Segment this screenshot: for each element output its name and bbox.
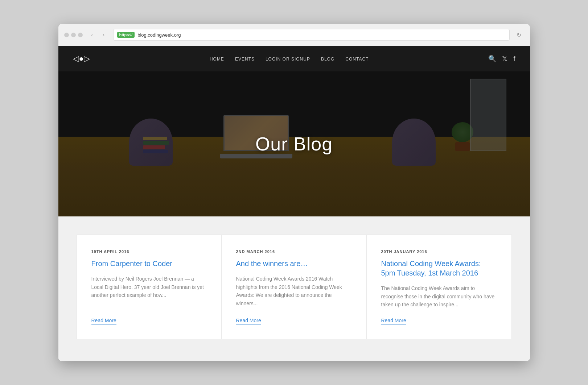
nav-item-home[interactable]: HOME xyxy=(210,55,224,62)
nav-link-contact[interactable]: CONTACT xyxy=(345,57,369,62)
nav-links: HOME EVENTS LOGIN OR SIGNUP BLOG CONTACT xyxy=(210,55,369,62)
hero-title: Our Blog xyxy=(255,133,333,155)
blog-title-link-3[interactable]: National Coding Week Awards: 5pm Tuesday… xyxy=(381,259,497,278)
browser-dot-yellow xyxy=(71,33,76,37)
https-badge: https:// xyxy=(117,32,135,38)
site-logo[interactable]: ◁●▷ xyxy=(73,54,90,63)
browser-dot-green xyxy=(78,33,83,37)
browser-nav: ‹ › xyxy=(87,30,109,40)
url-text: blog.codingweek.org xyxy=(137,32,181,38)
twitter-icon[interactable]: 𝕏 xyxy=(502,55,507,63)
blog-card-3: 20TH JANUARY 2016 National Coding Week A… xyxy=(367,235,512,339)
blog-date-2: 2ND MARCH 2016 xyxy=(236,249,352,254)
hero-section: Our Blog xyxy=(58,71,530,216)
url-bar[interactable]: https:// blog.codingweek.org xyxy=(113,29,510,41)
blog-date-3: 20TH JANUARY 2016 xyxy=(381,249,497,254)
blog-title-link-1[interactable]: From Carpenter to Coder xyxy=(91,259,207,268)
read-more-button-1[interactable]: Read More xyxy=(91,318,116,324)
nav-link-home[interactable]: HOME xyxy=(210,57,224,62)
blog-section: 19TH APRIL 2016 From Carpenter to Coder … xyxy=(58,216,530,361)
website-content: ◁●▷ HOME EVENTS LOGIN OR SIGNUP BLOG CON… xyxy=(58,46,530,361)
nav-item-blog[interactable]: BLOG xyxy=(321,55,334,62)
forward-button[interactable]: › xyxy=(99,30,109,40)
blog-date-1: 19TH APRIL 2016 xyxy=(91,249,207,254)
site-nav: ◁●▷ HOME EVENTS LOGIN OR SIGNUP BLOG CON… xyxy=(58,46,530,71)
nav-item-events[interactable]: EVENTS xyxy=(235,55,255,62)
blog-excerpt-1: Interviewed by Neil Rogers Joel Brennan … xyxy=(91,275,207,309)
nav-link-blog[interactable]: BLOG xyxy=(321,57,334,62)
nav-item-login[interactable]: LOGIN OR SIGNUP xyxy=(266,55,310,62)
blog-title-link-2[interactable]: And the winners are… xyxy=(236,259,352,268)
browser-chrome: ‹ › https:// blog.codingweek.org ↻ xyxy=(58,24,530,46)
read-more-button-2[interactable]: Read More xyxy=(236,318,261,324)
blog-card-2: 2ND MARCH 2016 And the winners are… Nati… xyxy=(222,235,367,339)
nav-link-events[interactable]: EVENTS xyxy=(235,57,255,62)
blog-card-1: 19TH APRIL 2016 From Carpenter to Coder … xyxy=(77,235,222,339)
facebook-icon[interactable]: f xyxy=(513,55,515,63)
blog-excerpt-2: National Coding Week Awards 2016 Watch h… xyxy=(236,275,352,309)
search-icon[interactable]: 🔍 xyxy=(488,55,496,63)
refresh-button[interactable]: ↻ xyxy=(514,30,524,40)
nav-link-login[interactable]: LOGIN OR SIGNUP xyxy=(266,57,310,62)
browser-window: ‹ › https:// blog.codingweek.org ↻ ◁●▷ H… xyxy=(58,24,530,361)
read-more-button-3[interactable]: Read More xyxy=(381,318,406,324)
browser-dots xyxy=(64,33,83,37)
browser-dot-red xyxy=(64,33,69,37)
nav-right: 🔍 𝕏 f xyxy=(488,55,515,63)
nav-item-contact[interactable]: CONTACT xyxy=(345,55,369,62)
blog-grid: 19TH APRIL 2016 From Carpenter to Coder … xyxy=(77,235,512,339)
blog-excerpt-3: The National Coding Week Awards aim to r… xyxy=(381,284,497,309)
back-button[interactable]: ‹ xyxy=(87,30,97,40)
